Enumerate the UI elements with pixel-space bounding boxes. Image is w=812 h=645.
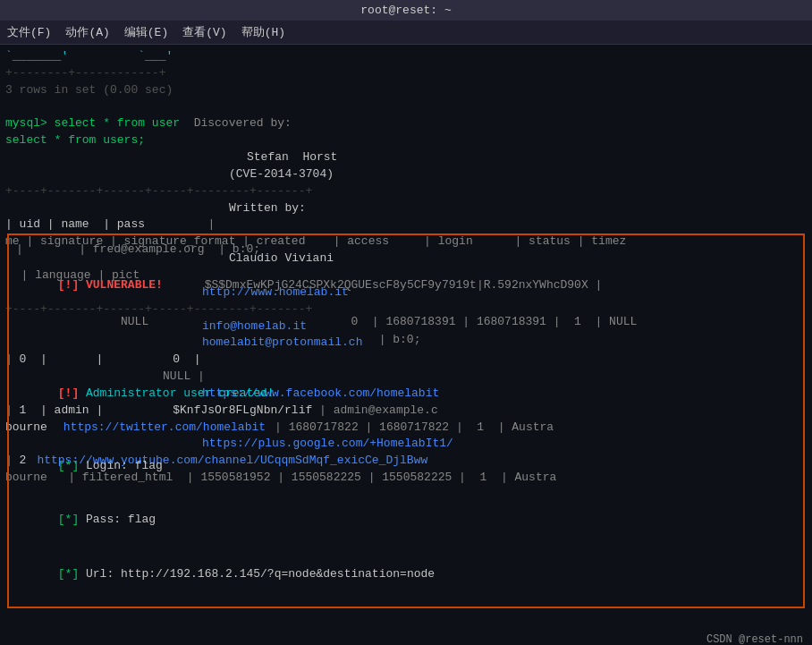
term-line-mysql: mysql> select * from user Discovered by: — [5, 115, 807, 132]
term-line-blank1 — [5, 99, 807, 116]
vuln-row-login: [*] Login: flag — [16, 439, 796, 493]
term-line-stefan: Stefan Horst — [5, 149, 807, 166]
term-line-3: 3 rows in set (0.00 sec) — [5, 82, 807, 99]
csdn-watermark: CSDN @reset-nnn — [706, 633, 803, 645]
vuln-row-blank — [16, 349, 796, 367]
vuln-row-url: [*] Url: http://192.168.2.145/?q=node&de… — [16, 547, 796, 601]
menu-help[interactable]: 帮助(H) — [241, 24, 285, 40]
term-line-1: `_______' `___' — [5, 48, 807, 65]
title-bar: root@reset: ~ — [0, 0, 812, 21]
menu-view[interactable]: 查看(V) — [182, 24, 226, 40]
menu-action[interactable]: 动作(A) — [65, 24, 109, 40]
menu-bar: 文件(F) 动作(A) 编辑(E) 查看(V) 帮助(H) — [0, 21, 812, 45]
term-line-written: Written by: — [5, 200, 807, 217]
term-line-select: select * from users; — [5, 132, 807, 149]
term-line-cve: (CVE-2014-3704) — [5, 166, 807, 183]
terminal-body: `_______' `___' +--------+------------+ … — [0, 45, 812, 645]
vuln-row-pass: [*] Pass: flag — [16, 493, 796, 547]
term-sep2: +----+-------+------+-----+--------+----… — [5, 183, 807, 200]
menu-edit[interactable]: 编辑(E) — [124, 24, 168, 40]
menu-file[interactable]: 文件(F) — [7, 24, 51, 40]
vulnerable-box: | | fred@example.org | b:0; [!] VULNERAB… — [7, 233, 805, 608]
vuln-row-blank2 — [16, 421, 796, 439]
vuln-row-admin: [!] Administrator user created! — [16, 367, 796, 420]
vuln-row-null: NULL 0 | 1680718391 | 1680718391 | 1 | N… — [16, 313, 796, 331]
vuln-row-main: [!] VULNERABLE! $S$DmxEwKPjG24CSPXk2QGUE… — [16, 259, 796, 312]
vuln-row-b0: | b:0; — [16, 331, 796, 349]
term-line-cols: | uid | name | pass | — [5, 216, 807, 233]
term-line-sep1: +--------+------------+ — [5, 65, 807, 82]
vuln-row-fred: | | fred@example.org | b:0; — [16, 241, 796, 259]
